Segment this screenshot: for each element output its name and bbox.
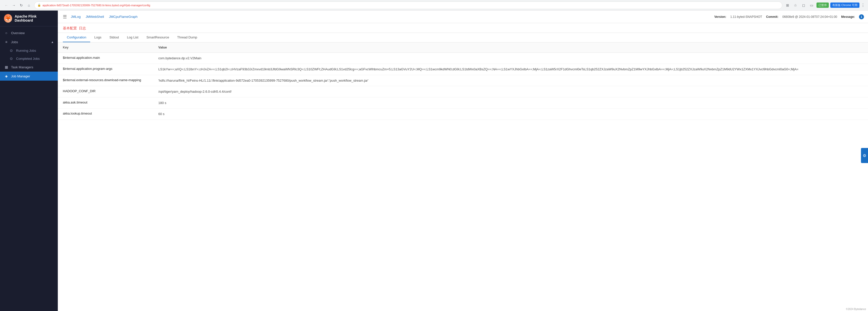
jmwebshell-link[interactable]: JMWebShell [86,15,104,19]
completed-jobs-icon: ⊙ [9,57,13,61]
breadcrumb: 基本配置 日志 [63,26,863,31]
breadcrumb-section: 基本配置 日志 [58,23,868,33]
table-row: $internal.application.program-args LS1kY… [58,64,868,75]
sidebar-logo: 🦊 Apache Flink Dashboard [0,10,58,26]
update-button[interactable]: 有新版 Chrome 可用 [830,2,860,8]
config-key-0: $internal.application.main [58,53,153,64]
top-nav-links: JMLog JMWebShell JMCpuFlameGraph [71,15,137,19]
jmlog-link[interactable]: JMLog [71,15,81,19]
config-value-2: 'hdfs://haruna/flink_hl/Feins-HL/1.11/.f… [153,75,868,86]
forward-button[interactable]: → [10,2,17,8]
top-nav: ☰ JMLog JMWebShell JMCpuFlameGraph Versi… [58,10,868,23]
sidebar-item-job-manager-label: Job Manager [11,74,30,78]
tab-thread-dump[interactable]: Thread Dump [173,33,201,42]
config-key-2: $internal.external-resources.download-na… [58,75,153,86]
table-body: $internal.application.main com.bytedance… [58,53,868,120]
message-label: Message: [841,15,855,19]
table-row: akka.ask.timeout 180 s [58,97,868,108]
jmcpuflamegraph-link[interactable]: JMCpuFlameGraph [109,15,137,19]
sidebar-item-task-managers-label: Task Managers [11,65,33,69]
app-logo-text: Apache Flink Dashboard [14,14,54,22]
message-badge[interactable]: 1 [859,14,864,19]
tab-stdout[interactable]: Stdout [105,33,123,42]
reload-button[interactable]: ↻ [18,2,25,8]
breadcrumb-item-1[interactable]: 基本配置 [63,26,77,31]
home-button[interactable]: ⌂ [26,2,32,8]
footer: ©2024 Bytedance [844,307,868,311]
table-row: $internal.external-resources.download-na… [58,75,868,86]
translate-button[interactable]: ⊞ [784,2,791,8]
app-logo-icon: 🦊 [4,14,12,23]
tab-configuration[interactable]: Configuration [63,33,90,42]
config-value-4: 180 s [153,97,868,108]
tab-smart-resource[interactable]: SmartResource [143,33,173,42]
sidebar-item-overview[interactable]: ○ Overview [0,28,58,37]
url-bar[interactable]: 🔒 application-9d572ea0-1705392135999-752… [34,1,782,9]
version-label: Version: [714,15,726,19]
config-value-0: com.bytedance.dp.v2.V2Main [153,53,868,64]
breadcrumb-item-2[interactable]: 日志 [79,26,86,31]
commit-value: 06808e9 @ 2024-01-08T07:24:04+01:00 [782,15,837,19]
browser-actions: ⊞ ☆ ◻ ▭ 已暂停 有新版 Chrome 可用 ⋮ [784,2,865,8]
config-value-5: 60 s [153,108,868,120]
sidebar-item-running-jobs[interactable]: ⊙ Running Jobs [0,46,58,55]
config-key-1: $internal.application.program-args [58,64,153,75]
version-value: 1.11-byted-SNAPSHOT [730,15,762,19]
tab-log-list[interactable]: Log List [123,33,143,42]
sidebar-item-completed-jobs[interactable]: ⊙ Completed Jobs [0,55,58,63]
sidebar-item-jobs-label: Jobs [11,40,18,44]
jobs-icon: ≡ [4,40,8,44]
sidebar: 🦊 Apache Flink Dashboard ○ Overview ≡ Jo… [0,10,58,311]
top-nav-info: Version: 1.11-byted-SNAPSHOT Commit: 068… [714,14,864,19]
floating-settings-icon[interactable]: ⚙ [861,148,868,163]
value-column-header: Value [153,42,868,53]
sidebar-item-job-manager[interactable]: ◈ Job Manager [0,71,58,81]
config-value-3: /opt/tiger/yarn_deploy/hadoop-2.6.0-cdh5… [153,86,868,97]
url-text: application-9d572ea0-1705392135999-75276… [42,4,150,7]
sidebar-item-overview-label: Overview [11,31,25,35]
task-managers-icon: ▦ [4,65,8,69]
main-content: ☰ JMLog JMWebShell JMCpuFlameGraph Versi… [58,10,868,311]
app-container: 🦊 Apache Flink Dashboard ○ Overview ≡ Jo… [0,10,868,311]
config-table: Key Value $internal.application.main com… [58,42,868,120]
running-jobs-icon: ⊙ [9,49,13,53]
paused-button[interactable]: 已暂停 [816,2,829,8]
overview-icon: ○ [4,31,8,35]
key-column-header: Key [58,42,153,53]
browser-chrome: ← → ↻ ⌂ 🔒 application-9d572ea0-170539213… [0,0,868,10]
table-row: akka.lookup.timeout 60 s [58,108,868,120]
config-key-5: akka.lookup.timeout [58,108,153,120]
table-row: $internal.application.main com.bytedance… [58,53,868,64]
sidebar-item-completed-jobs-label: Completed Jobs [16,57,40,61]
tabs-bar: Configuration Logs Stdout Log List Smart… [58,33,868,42]
jobs-chevron-icon: ▲ [51,40,54,43]
commit-label: Commit: [766,15,778,19]
sidebar-item-running-jobs-label: Running Jobs [16,49,36,53]
config-key-3: HADOOP_CONF_DIR [58,86,153,97]
back-button[interactable]: ← [3,2,9,8]
sidebar-item-task-managers[interactable]: ▦ Task Managers [0,63,58,71]
tab-logs[interactable]: Logs [90,33,105,42]
table-row: HADOOP_CONF_DIR /opt/tiger/yarn_deploy/h… [58,86,868,97]
browser-nav-buttons: ← → ↻ ⌂ [3,2,32,8]
device-button[interactable]: ▭ [808,2,815,8]
browser-menu-button[interactable]: ⋮ [861,3,865,7]
hamburger-button[interactable]: ☰ [62,13,68,21]
sidebar-navigation: ○ Overview ≡ Jobs ▲ ⊙ Running Jobs ⊙ Com… [0,26,58,83]
job-manager-icon: ◈ [4,74,8,78]
url-warning-icon: 🔒 [37,3,41,7]
screenshot-button[interactable]: ◻ [800,2,807,8]
table-header: Key Value [58,42,868,53]
footer-text: ©2024 Bytedance [846,308,866,311]
config-key-4: akka.ask.timeout [58,97,153,108]
config-value-1: LS1kYw==;aXQ=;LS1lbnY=;cHJvZA==;LS1qb2I=… [153,64,868,75]
sidebar-item-jobs[interactable]: ≡ Jobs ▲ [0,37,58,46]
bookmark-button[interactable]: ☆ [793,2,799,8]
